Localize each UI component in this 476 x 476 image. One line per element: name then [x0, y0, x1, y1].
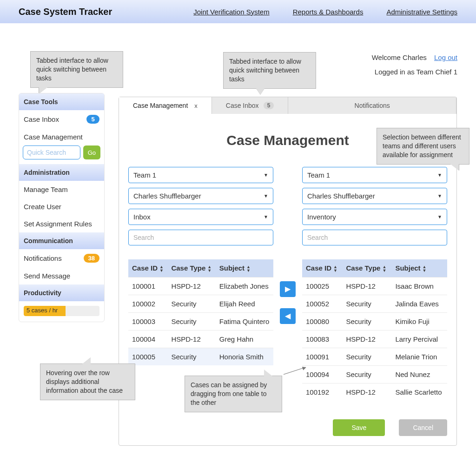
notifications-badge: 38	[84, 254, 99, 263]
cell-id: 100052	[302, 295, 342, 313]
left-team-select[interactable]: Team 1▼	[128, 167, 273, 183]
cell-id: 100091	[302, 348, 342, 366]
right-team-select[interactable]: Team 1▼	[302, 167, 447, 183]
sidebar-item-label: Set Assignment Rules	[24, 220, 92, 228]
tab-label: Notifications	[355, 102, 390, 109]
chevron-down-icon: ▼	[437, 172, 442, 178]
productivity-bar: 5 cases / hr	[24, 306, 99, 316]
sidebar-item-case-inbox[interactable]: Case Inbox 5	[19, 110, 104, 128]
left-case-table: Case ID▲▼ Case Type▲▼ Subject▲▼ 100001HS…	[128, 259, 273, 365]
sidebar-item-notifications[interactable]: Notifications 38	[19, 249, 104, 267]
table-row[interactable]: 100002SecurityElijah Reed	[128, 295, 273, 313]
right-bucket-select[interactable]: Inventory▼	[302, 209, 447, 225]
cell-subject: Fatima Quintero	[216, 313, 273, 331]
right-pane: Team 1▼ Charles Shufflebarger▼ Inventory…	[302, 167, 447, 401]
cell-type: HSPD-12	[342, 331, 391, 348]
cell-type: HSPD-12	[167, 331, 215, 348]
col-case-id[interactable]: Case ID▲▼	[302, 259, 342, 278]
sidebar-item-create-user[interactable]: Create User	[19, 198, 104, 215]
sidebar-item-label: Notifications	[24, 254, 62, 262]
nav-reports[interactable]: Reports & Dashboards	[293, 8, 364, 16]
cell-id: 100094	[302, 366, 342, 383]
cell-type: HSPD-12	[342, 383, 391, 401]
sidebar-item-assignment-rules[interactable]: Set Assignment Rules	[19, 215, 104, 232]
chevron-down-icon: ▼	[264, 193, 268, 198]
left-search-input[interactable]	[128, 230, 273, 245]
sidebar-item-label: Send Message	[24, 272, 70, 280]
chevron-down-icon: ▼	[264, 172, 268, 178]
table-row[interactable]: 100004HSPD-12Greg Hahn	[128, 331, 273, 348]
sort-icon: ▲▼	[423, 265, 427, 272]
callout-tabs-main: Tabbed interface to allow quick switchin…	[223, 52, 316, 89]
table-row[interactable]: 100083HSPD-12Larry Percival	[302, 331, 447, 348]
callout-team-select: Selection between different teams and di…	[377, 128, 469, 165]
welcome-block: Welcome Charles Log out Logged in as Tea…	[372, 53, 457, 76]
cell-id: 100003	[128, 313, 167, 331]
table-row[interactable]: 100192HSPD-12Sallie Scarletto	[302, 383, 447, 401]
cell-subject: Melanie Trion	[391, 348, 447, 366]
sidebar-section-administration: Administration	[19, 164, 104, 181]
select-value: Inventory	[307, 213, 336, 221]
sort-icon: ▲▼	[382, 265, 386, 272]
tab-label: Case Management	[133, 102, 188, 109]
cell-type: HSPD-12	[167, 278, 215, 295]
quick-search-go-button[interactable]: Go	[83, 145, 100, 159]
sidebar-item-label: Create User	[24, 203, 61, 211]
right-search-input[interactable]	[302, 230, 447, 245]
sidebar-item-send-message[interactable]: Send Message	[19, 267, 104, 284]
tab-notifications[interactable]: Notifications	[288, 97, 456, 114]
top-nav: Case System Tracker Joint Verification S…	[0, 0, 476, 23]
sidebar-item-label: Case Inbox	[24, 115, 59, 123]
table-row[interactable]: 100001HSPD-12Elizabeth Jones	[128, 278, 273, 295]
move-left-button[interactable]: ◀	[280, 308, 296, 324]
callout-tabs-sidebar: Tabbed interface to allow quick switchin…	[30, 51, 123, 88]
sidebar-item-case-management[interactable]: Case Management	[19, 128, 104, 145]
logout-link[interactable]: Log out	[434, 53, 457, 61]
col-case-id[interactable]: Case ID▲▼	[128, 259, 167, 278]
cell-type: Security	[167, 313, 215, 331]
tab-badge: 5	[264, 102, 274, 109]
table-row[interactable]: 100005SecurityHonoria Smith	[128, 348, 273, 366]
cancel-button[interactable]: Cancel	[399, 419, 447, 436]
cell-id: 100025	[302, 278, 342, 295]
table-row[interactable]: 100080SecurityKimiko Fuji	[302, 313, 447, 331]
productivity-rate: 5 cases / hr	[26, 307, 58, 314]
cell-id: 100005	[128, 348, 167, 366]
table-row[interactable]: 100052SecurityJalinda Eaves	[302, 295, 447, 313]
right-user-select[interactable]: Charles Shufflebarger▼	[302, 188, 447, 204]
table-row[interactable]: 100025HSPD-12Isaac Brown	[302, 278, 447, 295]
cell-type: Security	[342, 348, 391, 366]
nav-admin-settings[interactable]: Administrative Settings	[386, 8, 457, 16]
right-case-table: Case ID▲▼ Case Type▲▼ Subject▲▼ 100025HS…	[302, 259, 447, 401]
tab-case-inbox[interactable]: Case Inbox 5	[212, 97, 289, 114]
cell-id: 100192	[302, 383, 342, 401]
role-text: Logged in as Team Chief 1	[372, 68, 457, 76]
left-bucket-select[interactable]: Inbox▼	[128, 209, 273, 225]
tab-case-management[interactable]: Case Management x	[119, 97, 212, 114]
col-subject[interactable]: Subject▲▼	[391, 259, 447, 278]
sidebar: Case Tools Case Inbox 5 Case Management …	[19, 93, 105, 322]
left-user-select[interactable]: Charles Shufflebarger▼	[128, 188, 273, 204]
move-right-button[interactable]: ▶	[280, 281, 296, 297]
cell-type: Security	[167, 348, 215, 366]
table-row[interactable]: 100091SecurityMelanie Trion	[302, 348, 447, 366]
col-case-type[interactable]: Case Type▲▼	[167, 259, 215, 278]
triangle-left-icon: ◀	[285, 311, 291, 320]
cell-id: 100080	[302, 313, 342, 331]
sort-icon: ▲▼	[333, 265, 337, 272]
cell-subject: Honoria Smith	[216, 348, 273, 366]
table-row[interactable]: 100094SecurityNed Nunez	[302, 366, 447, 383]
table-row[interactable]: 100003SecurityFatima Quintero	[128, 313, 273, 331]
save-button[interactable]: Save	[333, 419, 385, 436]
cell-subject: Larry Percival	[391, 331, 447, 348]
nav-jvs[interactable]: Joint Verification System	[193, 8, 269, 16]
cell-type: Security	[342, 366, 391, 383]
col-case-type[interactable]: Case Type▲▼	[342, 259, 391, 278]
close-icon[interactable]: x	[194, 102, 198, 109]
sidebar-item-manage-team[interactable]: Manage Team	[19, 181, 104, 198]
chevron-down-icon: ▼	[264, 214, 268, 219]
quick-search-input[interactable]	[23, 145, 80, 159]
col-subject[interactable]: Subject▲▼	[216, 259, 273, 278]
triangle-right-icon: ▶	[285, 284, 291, 293]
sort-icon: ▲▼	[246, 265, 251, 272]
